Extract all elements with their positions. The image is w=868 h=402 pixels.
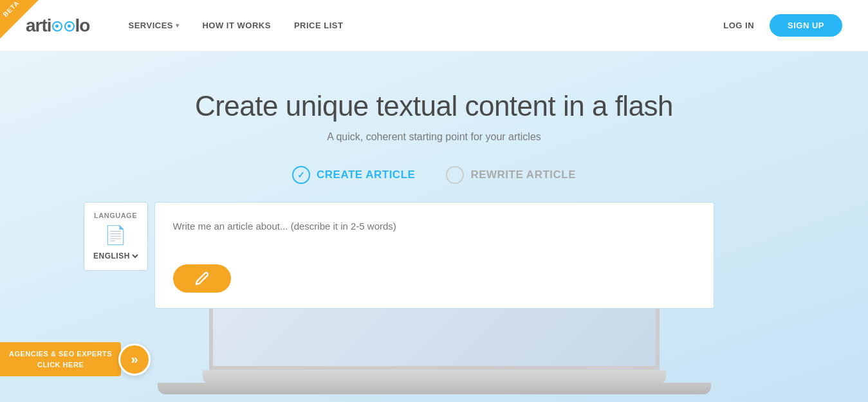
hero-title: Create unique textual content in a flash <box>195 90 673 122</box>
language-dropdown[interactable]: ENGLISH FRENCH SPANISH GERMAN <box>91 251 140 261</box>
language-select-wrap: ENGLISH FRENCH SPANISH GERMAN <box>91 251 140 261</box>
login-button[interactable]: LOG IN <box>723 21 754 30</box>
agencies-text: AGENCIES & SEO EXPERTS CLICK HERE <box>0 342 121 376</box>
agencies-banner[interactable]: AGENCIES & SEO EXPERTS CLICK HERE » <box>0 342 151 376</box>
main-nav: SERVICES ▾ HOW IT WORKS PRICE LIST <box>128 21 723 30</box>
article-input-box <box>154 202 714 309</box>
tab-create-article[interactable]: ✓ CREATE ARTICLE <box>292 166 415 184</box>
tab-rewrite-label: REWRITE ARTICLE <box>470 169 576 181</box>
eye-right <box>64 21 75 32</box>
nav-services[interactable]: SERVICES ▾ <box>128 21 179 30</box>
header: BETA artilo SERVICES ▾ HOW IT WORKS PRIC… <box>0 0 868 51</box>
laptop-base <box>158 383 711 394</box>
chevron-down-icon: ▾ <box>176 22 180 29</box>
tab-create-check-icon: ✓ <box>292 166 310 184</box>
action-tabs: ✓ CREATE ARTICLE REWRITE ARTICLE <box>292 166 576 184</box>
article-topic-input[interactable] <box>173 221 696 251</box>
logo-suffix: lo <box>75 15 90 35</box>
tab-rewrite-circle-icon <box>446 166 464 184</box>
tab-create-label: CREATE ARTICLE <box>317 169 415 181</box>
eye-left <box>52 21 62 32</box>
language-panel: LANGUAGE 📄 ENGLISH FRENCH SPANISH GERMAN <box>84 202 148 271</box>
hero-subtitle: A quick, coherent starting point for you… <box>327 131 541 143</box>
nav-how-it-works[interactable]: HOW IT WORKS <box>202 21 270 30</box>
beta-corner <box>0 0 39 39</box>
laptop-keyboard <box>203 370 666 383</box>
signup-button[interactable]: SIGN UP <box>770 14 842 37</box>
language-label: LANGUAGE <box>94 212 137 219</box>
nav-price-list[interactable]: PRICE LIST <box>294 21 344 30</box>
logo-eyes <box>52 21 75 32</box>
language-icon: 📄 <box>104 224 127 246</box>
header-actions: LOG IN SIGN UP <box>723 14 842 37</box>
tab-rewrite-article[interactable]: REWRITE ARTICLE <box>446 166 576 184</box>
submit-article-button[interactable] <box>173 264 231 293</box>
agencies-arrow-icon[interactable]: » <box>118 343 151 376</box>
pencil-icon <box>195 271 209 286</box>
